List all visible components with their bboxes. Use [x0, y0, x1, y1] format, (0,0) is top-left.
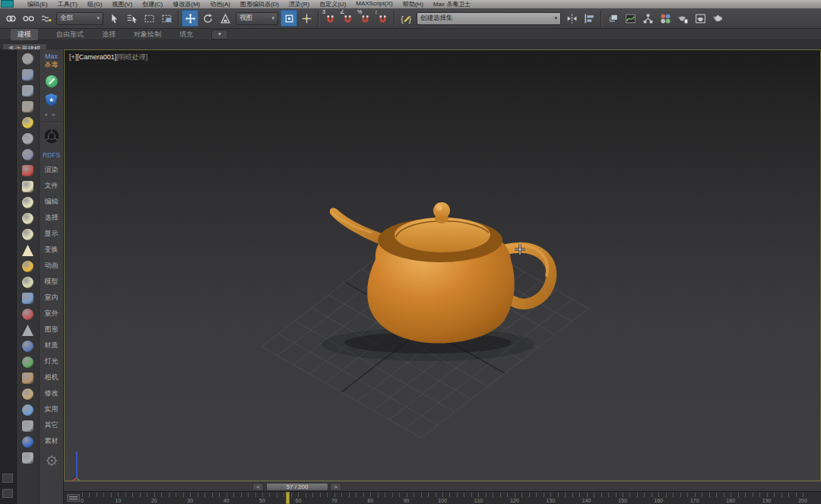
- spinner-snap-toggle-icon[interactable]: ↕: [374, 10, 391, 27]
- list-tool-icon[interactable]: [22, 85, 33, 97]
- use-center-toggle-icon[interactable]: [281, 10, 297, 27]
- menu-item[interactable]: 图形编辑器(D): [240, 0, 279, 8]
- menu-item[interactable]: 视图(V): [112, 0, 132, 8]
- geosphere-tool-icon[interactable]: [22, 277, 33, 288]
- rendered-frame-window-icon[interactable]: [692, 10, 708, 27]
- sidebar-item-渲染[interactable]: 渲染: [40, 162, 63, 178]
- select-and-move-icon[interactable]: [182, 10, 198, 27]
- percent-snap-toggle-icon[interactable]: %: [357, 10, 373, 27]
- mirror-icon[interactable]: [563, 10, 580, 27]
- animal-tool-icon[interactable]: [22, 372, 33, 384]
- steering-wheel-icon[interactable]: [43, 128, 60, 146]
- menu-item[interactable]: 帮助(H): [403, 0, 423, 8]
- menu-item[interactable]: 渲染(R): [289, 0, 309, 8]
- sidebar-item-材质[interactable]: 材质: [40, 338, 63, 353]
- sidebar-item-其它[interactable]: 其它: [40, 417, 63, 433]
- menu-item[interactable]: MAXScript(X): [356, 0, 392, 8]
- camera-tool-icon[interactable]: [22, 165, 33, 176]
- ribbon-minimize-button[interactable]: ▾: [211, 30, 228, 40]
- rectangular-selection-region-icon[interactable]: [141, 10, 157, 27]
- timeline-ruler[interactable]: 0102030405060708090100110120130140150160…: [64, 491, 821, 504]
- app-icon[interactable]: [1, 0, 14, 8]
- timeline-key-icon[interactable]: [67, 494, 80, 502]
- reference-coordinate-system-dropdown[interactable]: 视图▾: [236, 12, 278, 25]
- sidebar-item-选择[interactable]: 选择: [40, 210, 63, 226]
- sidebar-item-动画[interactable]: 动画: [40, 258, 63, 274]
- ribbon-tab-填充[interactable]: 填充: [179, 30, 193, 40]
- moon-tool-icon[interactable]: [22, 149, 33, 160]
- edit-named-selection-sets-icon[interactable]: {}: [398, 10, 414, 27]
- schematic-view-icon[interactable]: [639, 10, 656, 27]
- sidebar-item-灯光[interactable]: 灯光: [40, 353, 63, 369]
- cone-primitive-icon[interactable]: [22, 245, 33, 256]
- next-frame-button[interactable]: >: [330, 483, 341, 491]
- unlink-selection-icon[interactable]: [20, 10, 36, 27]
- strip-pager-arrows[interactable]: ◄►: [43, 112, 60, 117]
- menu-item[interactable]: 自定义(U): [319, 0, 346, 8]
- sidebar-item-室内[interactable]: 室内: [40, 290, 63, 306]
- scene-canvas[interactable]: [65, 50, 820, 480]
- teapot-model[interactable]: [322, 202, 551, 361]
- shell-tool-icon[interactable]: [22, 388, 33, 400]
- panel-tool-icon[interactable]: [22, 69, 33, 81]
- left-edge-button-1[interactable]: [2, 474, 13, 483]
- ribbon-tab-对象绘制[interactable]: 对象绘制: [134, 30, 161, 40]
- menu-item[interactable]: 修改器(M): [173, 0, 200, 8]
- sidebar-item-图形[interactable]: 图形: [40, 322, 63, 338]
- sidebar-item-变换[interactable]: 变换: [40, 242, 63, 258]
- align-icon[interactable]: [581, 10, 598, 27]
- sidebar-item-修改[interactable]: 修改: [40, 385, 63, 401]
- shield-icon[interactable]: ★: [46, 94, 57, 106]
- sidebar-item-室外[interactable]: 室外: [40, 306, 63, 322]
- sidebar-item-实用[interactable]: 实用: [40, 401, 63, 417]
- antivirus-scan-icon[interactable]: [46, 75, 58, 87]
- menu-item[interactable]: 创建(C): [142, 0, 163, 8]
- timeline-playhead[interactable]: [286, 492, 290, 504]
- camera-viewport[interactable]: [+][Camera001][明暗处理]: [64, 49, 821, 481]
- viewport-shading-menu[interactable]: [明暗处理]: [116, 53, 147, 61]
- dome-primitive-icon[interactable]: [22, 197, 33, 208]
- select-by-name-icon[interactable]: [123, 10, 140, 27]
- viewport-pov-menu[interactable]: [Camera001]: [77, 53, 116, 61]
- ribbon-tab-建模[interactable]: 建模: [11, 29, 38, 40]
- teapot-primitive-icon[interactable]: [22, 229, 33, 240]
- menu-item[interactable]: 动画(A): [210, 0, 230, 8]
- ribbon-tab-选择[interactable]: 选择: [102, 30, 116, 40]
- curve-editor-icon[interactable]: [622, 10, 639, 27]
- spotlight-tool-icon[interactable]: [22, 133, 33, 144]
- compound-spheres-tool-icon[interactable]: [22, 309, 33, 320]
- sidebar-item-模型[interactable]: 模型: [40, 274, 63, 290]
- selection-filter-dropdown[interactable]: 全部▾: [56, 12, 103, 25]
- named-selection-sets-dropdown[interactable]: 创建选择集▾: [417, 12, 561, 25]
- render-setup-icon[interactable]: [674, 10, 691, 27]
- select-and-scale-icon[interactable]: [217, 10, 233, 27]
- viewport-general-menu[interactable]: [+]: [69, 53, 77, 61]
- snap-toggle-3d-icon[interactable]: 3: [322, 10, 338, 27]
- grid-tool-icon[interactable]: [22, 101, 33, 113]
- toggle-layer-explorer-icon[interactable]: [604, 10, 621, 27]
- sidebar-item-相机[interactable]: 相机: [40, 369, 63, 385]
- menu-item[interactable]: 工具(T): [58, 0, 78, 8]
- menu-item[interactable]: 编辑(E): [27, 0, 48, 8]
- menu-item[interactable]: Max 杀毒卫士: [433, 0, 471, 8]
- pyramid-tool-icon[interactable]: [22, 325, 33, 336]
- sidebar-item-素材[interactable]: 素材: [40, 433, 63, 449]
- bind-to-space-warp-icon[interactable]: [37, 10, 54, 27]
- gear-icon[interactable]: [45, 454, 59, 469]
- select-and-rotate-icon[interactable]: [199, 10, 216, 27]
- bulb-tool-icon[interactable]: [22, 117, 33, 128]
- time-scrubber-track[interactable]: < 57 / 200 >: [64, 481, 821, 491]
- box-primitive-icon[interactable]: [22, 181, 33, 192]
- select-and-link-icon[interactable]: [2, 10, 19, 27]
- sidebar-item-编辑[interactable]: 编辑: [40, 194, 63, 210]
- sidebar-item-文件[interactable]: 文件: [40, 178, 63, 194]
- teapot-tool-icon[interactable]: [22, 53, 33, 65]
- window-crossing-toggle-icon[interactable]: [158, 10, 175, 27]
- sphere-primitive-icon[interactable]: [22, 213, 33, 224]
- previous-frame-button[interactable]: <: [252, 483, 264, 491]
- menu-item[interactable]: 组(G): [87, 0, 103, 8]
- ball-tool-icon[interactable]: [22, 404, 33, 416]
- angle-snap-toggle-icon[interactable]: ∠: [339, 10, 356, 27]
- sidebar-item-显示[interactable]: 显示: [40, 226, 63, 242]
- foliage-tool-icon[interactable]: [22, 357, 33, 368]
